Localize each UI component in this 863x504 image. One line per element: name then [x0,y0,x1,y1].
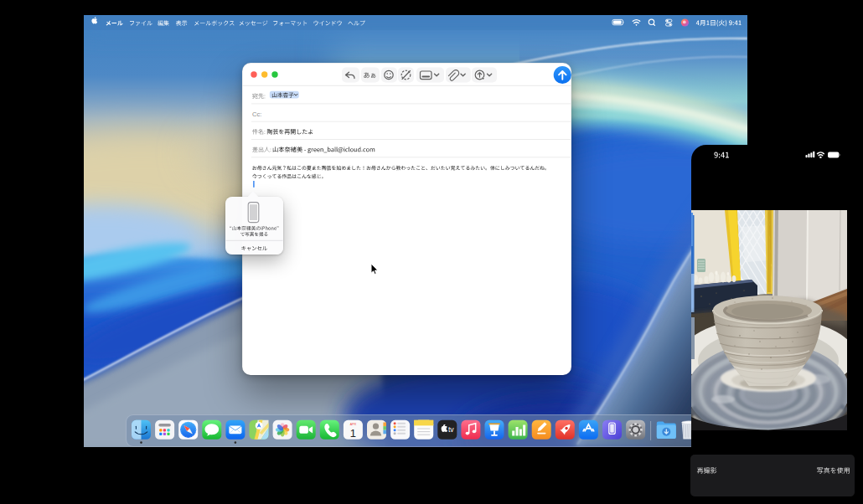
svg-text:tv: tv [448,425,454,434]
svg-text:APR: APR [350,422,357,425]
svg-text:Cc:: Cc: [252,111,261,118]
svg-text:1: 1 [350,426,356,439]
